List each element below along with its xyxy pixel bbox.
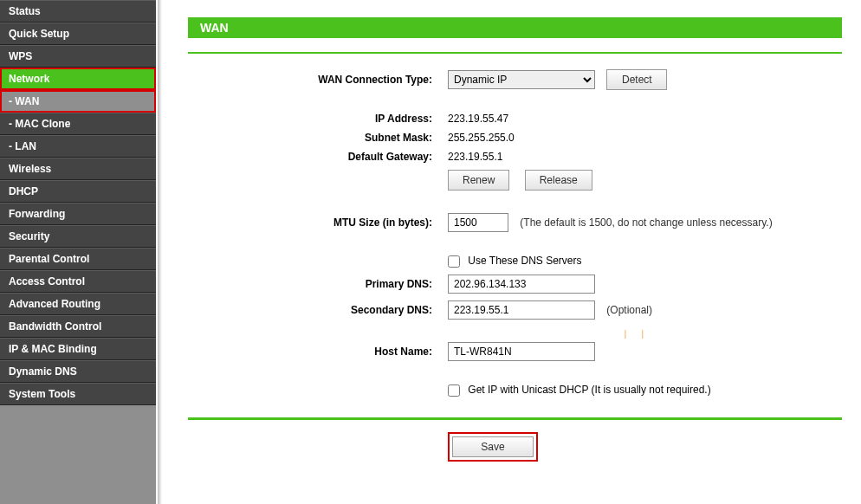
wan-conn-type-select[interactable]: Dynamic IP [448,70,595,89]
release-button[interactable]: Release [525,170,592,191]
save-button[interactable]: Save [452,436,534,457]
use-dns-checkbox-label[interactable]: Use These DNS Servers [448,255,582,267]
main-content: WAN WAN Connection Type: Dynamic IP Dete… [162,0,861,504]
sidebar-item-wireless[interactable]: Wireless [0,158,156,180]
sidebar-item-lan[interactable]: - LAN [0,135,156,158]
sidebar-item-network[interactable]: Network [0,68,156,90]
detect-button[interactable]: Detect [606,69,667,90]
value-ip-address: 223.19.55.47 [448,113,508,125]
sidebar-item-advanced-routing[interactable]: Advanced Routing [0,293,156,315]
page-title: WAN [188,17,842,38]
label-ip-address: IP Address: [188,113,448,125]
label-mtu: MTU Size (in bytes): [188,216,448,229]
sidebar-item-wan[interactable]: - WAN [0,90,156,113]
primary-dns-input[interactable] [448,275,595,294]
sidebar-item-status[interactable]: Status [0,0,156,23]
label-secondary-dns: Secondary DNS: [188,304,448,316]
sidebar-item-parental-control[interactable]: Parental Control [0,248,156,270]
sidebar-item-forwarding[interactable]: Forwarding [0,203,156,225]
sidebar-item-dhcp[interactable]: DHCP [0,180,156,203]
sidebar-item-wps[interactable]: WPS [0,45,156,68]
divider [188,52,842,54]
secondary-dns-input[interactable] [448,300,595,320]
sidebar-item-dynamic-dns[interactable]: Dynamic DNS [0,360,156,383]
sidebar: StatusQuick SetupWPSNetwork- WAN- MAC Cl… [0,0,156,504]
renew-button[interactable]: Renew [448,170,509,191]
sidebar-item-system-tools[interactable]: System Tools [0,383,156,405]
sidebar-item-security[interactable]: Security [0,225,156,248]
unicast-checkbox-label[interactable]: Get IP with Unicast DHCP (It is usually … [448,384,711,396]
divider [188,417,842,420]
unicast-checkbox[interactable] [448,384,460,397]
host-name-input[interactable] [448,342,595,361]
sidebar-menu: StatusQuick SetupWPSNetwork- WAN- MAC Cl… [0,0,156,405]
label-wan-conn-type: WAN Connection Type: [188,74,448,86]
secondary-dns-optional: (Optional) [606,304,652,316]
sidebar-item-mac-clone[interactable]: - MAC Clone [0,113,156,135]
sidebar-item-bandwidth-control[interactable]: Bandwidth Control [0,315,156,338]
sidebar-item-access-control[interactable]: Access Control [0,270,156,293]
label-subnet-mask: Subnet Mask: [188,132,448,144]
wan-form: WAN Connection Type: Dynamic IP Detect I… [188,69,842,462]
value-subnet-mask: 255.255.255.0 [448,132,515,144]
label-host-name: Host Name: [188,346,448,358]
mtu-input[interactable] [448,213,508,232]
sidebar-item-ip-mac-binding[interactable]: IP & MAC Binding [0,338,156,360]
value-default-gateway: 223.19.55.1 [448,151,502,163]
sidebar-item-quick-setup[interactable]: Quick Setup [0,23,156,45]
mtu-hint: (The default is 1500, do not change unle… [520,216,772,229]
use-dns-checkbox[interactable] [448,255,460,268]
label-default-gateway: Default Gateway: [188,151,448,163]
label-primary-dns: Primary DNS: [188,278,448,290]
save-highlight-box: Save [448,432,538,462]
